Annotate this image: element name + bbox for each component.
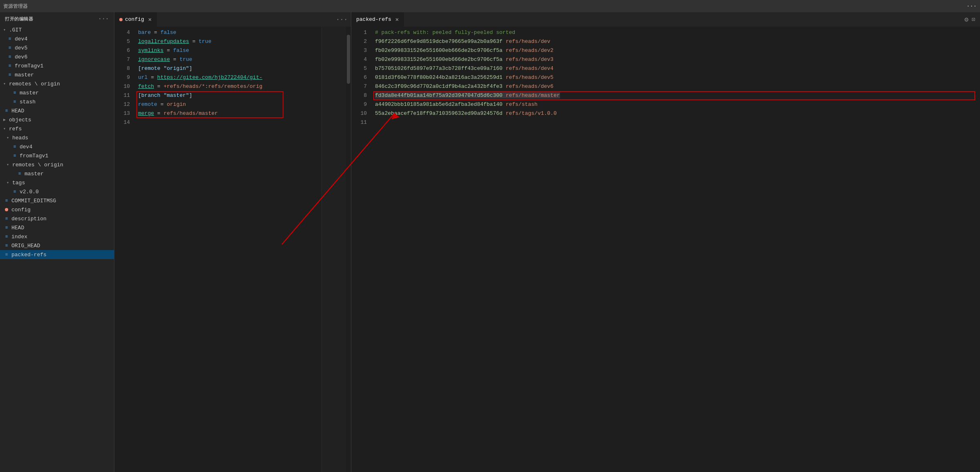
ln-pr-6: 6 (351, 73, 367, 82)
pr-ref: refs/heads/dev6 (506, 83, 554, 89)
code-op: = (157, 110, 164, 116)
sidebar-item-description[interactable]: ≡ description (0, 214, 114, 223)
ln-pr-8: 8 (351, 91, 367, 100)
ln-pr-11: 11 (351, 118, 367, 127)
scrollbar-thumb[interactable] (347, 35, 350, 84)
settings-icon[interactable]: ⚙ (964, 16, 969, 24)
chevron-down-icon: ▾ (7, 162, 12, 167)
config-scrollbar[interactable] (346, 27, 351, 472)
sidebar-item-dev6[interactable]: ≡ dev6 (0, 52, 114, 61)
file-icon: ≡ (11, 188, 18, 195)
content-area: 打开的编辑器 ··· ▾ .GIT ≡ dev4 ≡ (0, 12, 980, 472)
sidebar-item-master-remotes-refs[interactable]: ≡ master (0, 169, 114, 178)
more-dots-icon[interactable]: ··· (98, 16, 109, 22)
pr-line-5: b757051026fd5897e977a3cb728ff43ce09a7160… (375, 64, 975, 73)
sidebar-item-master-top[interactable]: ≡ master (0, 70, 114, 79)
ln-pr-3: 3 (351, 46, 367, 55)
sidebar-item-label: objects (9, 117, 31, 123)
sidebar-item-objects[interactable]: ▶ objects (0, 115, 114, 124)
sidebar-item-label: packed-refs (11, 252, 47, 258)
pr-line-2: f96f2226d6f6e9d8519dcbe79665e99a2b0a963f… (375, 37, 975, 46)
config-editor-content: 4 5 6 7 8 9 10 11 12 13 14 (114, 27, 351, 472)
sidebar-item-remotes-origin-refs[interactable]: ▾ remotes \ origin (0, 160, 114, 169)
sidebar-item-head-bottom[interactable]: ≡ HEAD (0, 223, 114, 232)
sidebar-item-label: remotes \ origin (9, 81, 60, 87)
sidebar-item-label: HEAD (11, 225, 24, 231)
ln-9: 9 (114, 73, 130, 82)
pr-line-10: 55a2ebaacef7e18ff9a710359632ed90a924576d… (375, 109, 975, 118)
sidebar-item-refs[interactable]: ▾ refs (0, 124, 114, 133)
sidebar-item-stash-top[interactable]: ≡ stash (0, 97, 114, 106)
dot-orange-icon (3, 206, 10, 213)
packed-refs-tab[interactable]: packed-refs ✕ (351, 12, 404, 27)
sidebar-item-label: ORIG_HEAD (11, 243, 40, 249)
split-editor-icon[interactable]: ⊡ (972, 16, 975, 23)
sidebar-item-label: config (11, 207, 31, 213)
chevron-down-icon: ▾ (3, 126, 9, 131)
ln-13: 13 (114, 109, 130, 118)
packed-refs-editor-content: 1 2 3 4 5 6 7 8 9 10 11 (351, 27, 980, 472)
packed-refs-scrollbar[interactable] (975, 27, 980, 472)
code-key: bare (138, 29, 151, 36)
sidebar-item-label: fromTagv1 (15, 63, 43, 69)
sidebar-item-label: dev6 (15, 54, 27, 60)
editors-area: config ✕ ··· 4 5 6 7 8 9 10 11 (114, 12, 980, 472)
ln-14: 14 (114, 118, 130, 127)
sidebar-item-label: dev4 (15, 36, 27, 42)
code-val: refs/heads/master (163, 110, 218, 116)
code-op: = (151, 74, 157, 81)
pr-line-6: 0181d3f60e778f80b0244b2a8216ac3a256259d1… (375, 73, 975, 82)
file-icon: ≡ (11, 89, 18, 96)
editor-more-icon[interactable]: ··· (336, 16, 351, 23)
sidebar-item-master-remotes-top[interactable]: ≡ master (0, 88, 114, 97)
tab-close-icon[interactable]: ✕ (148, 16, 152, 23)
code-key: url (138, 74, 147, 81)
ln-pr-5: 5 (351, 64, 367, 73)
sidebar-item-label: COMMIT_EDITMSG (11, 198, 56, 204)
config-code-area[interactable]: bare = false logallrefupdates = true (135, 27, 321, 472)
sidebar-item-remotes-origin-top[interactable]: ▾ remotes \ origin (0, 79, 114, 88)
packed-refs-tab-bar: packed-refs ✕ ⚙ ⊡ (351, 12, 980, 27)
code-line-14 (138, 118, 321, 127)
packed-refs-code-area[interactable]: # pack-refs with: peeled fully-peeled so… (372, 27, 975, 472)
file-icon: ≡ (16, 170, 23, 177)
sidebar-item-config[interactable]: config (0, 205, 114, 214)
pr-hash: fd3da8e44fb01aa14bf75a92d3947047d5d6c300 (375, 92, 502, 98)
ln-pr-4: 4 (351, 55, 367, 64)
sidebar-item-fromtagv1-heads[interactable]: ≡ fromTagv1 (0, 151, 114, 160)
pr-hash: fb02e9998331526e551600eb666de2bc9706cf5a (375, 56, 502, 63)
sidebar-item-dev4-heads[interactable]: ≡ dev4 (0, 142, 114, 151)
code-line-4: bare = false (138, 28, 321, 37)
sidebar-item-heads[interactable]: ▾ heads (0, 133, 114, 142)
config-tab[interactable]: config ✕ (114, 12, 157, 27)
sidebar-item-dev4-top[interactable]: ≡ dev4 (0, 34, 114, 43)
pr-ref: refs/heads/dev3 (506, 56, 554, 63)
sidebar-item-orig-head[interactable]: ≡ ORIG_HEAD (0, 241, 114, 250)
sidebar-item-label: v2.0.0 (20, 189, 39, 195)
sidebar-item-label: heads (12, 135, 28, 141)
sidebar-item-fromtagv1-top[interactable]: ≡ fromTagv1 (0, 61, 114, 70)
tab-close-icon[interactable]: ✕ (395, 16, 399, 23)
sidebar-item-packed-refs[interactable]: ≡ packed-refs (0, 250, 114, 259)
sidebar-item-commit-editmsg[interactable]: ≡ COMMIT_EDITMSG (0, 196, 114, 205)
pr-line-9: a44902bbb10185a981ab5e6d2afba3ed84fba140… (375, 100, 975, 109)
packed-refs-line-numbers: 1 2 3 4 5 6 7 8 9 10 11 (351, 27, 372, 472)
sidebar-item-label: stash (20, 99, 36, 105)
code-val: +refs/heads/*:refs/remotes/orig (163, 83, 262, 89)
ln-8: 8 (114, 64, 130, 73)
sidebar-item-head-top[interactable]: ≡ HEAD (0, 106, 114, 115)
sidebar-item-index[interactable]: ≡ index (0, 232, 114, 241)
sidebar-item-v200[interactable]: ≡ v2.0.0 (0, 187, 114, 196)
sidebar-git-section[interactable]: ▾ .GIT (0, 25, 114, 34)
file-icon: ≡ (11, 152, 18, 159)
more-icon[interactable]: ··· (967, 3, 977, 9)
sidebar-item-dev5[interactable]: ≡ dev5 (0, 43, 114, 52)
ln-4: 4 (114, 28, 130, 37)
code-key: symlinks (138, 47, 163, 54)
code-line-5: logallrefupdates = true (138, 37, 321, 46)
sidebar-header-icons: ··· (98, 16, 109, 22)
code-op: = (154, 29, 161, 36)
ln-pr-9: 9 (351, 100, 367, 109)
code-key: ignorecase (138, 56, 170, 63)
sidebar-item-tags[interactable]: ▾ tags (0, 178, 114, 187)
